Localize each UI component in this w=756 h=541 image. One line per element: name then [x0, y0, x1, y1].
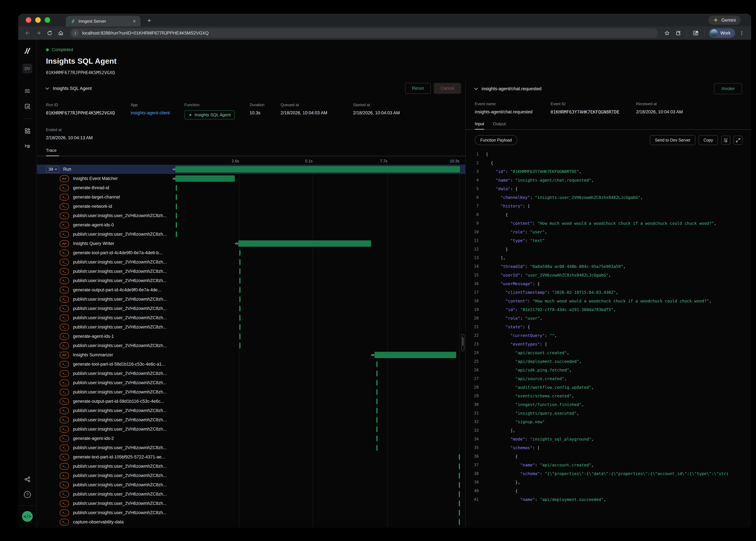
span-count-badge[interactable]: 39 [46, 166, 59, 173]
queued-marker [173, 169, 176, 170]
trace-row[interactable]: >_publish:user:insights:user_2VH6zowmhZC… [37, 276, 465, 285]
gantt-cell [172, 193, 465, 202]
trace-row-run[interactable]: 39 Run [37, 165, 465, 174]
code-line: 27 "api/source.created", [466, 374, 751, 383]
kebab-menu-icon[interactable] [737, 29, 746, 37]
collapse-chevron-icon[interactable] [45, 86, 49, 90]
trace-row[interactable]: >_publish:user:insights:user_2VH6zowmhZC… [37, 471, 465, 480]
tab-input[interactable]: Input [475, 121, 484, 129]
trace-row-label: Insights Summarizer [73, 352, 113, 357]
trace-row[interactable]: >_generate-agent-ids-2 [37, 434, 465, 443]
trace-row[interactable]: >_publish:user:insights:user_2VH6zowmhZC… [37, 490, 465, 499]
collapse-chevron-icon[interactable] [474, 86, 478, 90]
trace-row[interactable]: >_publish:user:insights:user_2VH6zowmhZC… [37, 341, 465, 350]
trace-row[interactable]: >_publish:user:insights:user_2VH6zowmhZC… [37, 480, 465, 490]
code-line: 5 "data": { [466, 185, 751, 193]
dev-server-icon[interactable] [24, 143, 31, 150]
minimize-window-button[interactable] [35, 17, 41, 23]
trace-row[interactable]: >_publish:user:insights:user_2VH6zowmhZC… [37, 211, 465, 220]
terminal-icon: >_ [60, 286, 69, 293]
rerun-button[interactable]: Rerun [405, 83, 431, 94]
trace-row[interactable]: >_generate-tool-part-id-4c4de9f0-6e7a-4d… [37, 248, 465, 258]
trace-scrollbar[interactable] [461, 334, 464, 351]
trace-row[interactable]: >_publish:user:insights:user_2VH6zowmhZC… [37, 313, 465, 322]
trace-row[interactable]: >_generate-text-part-id-105bf925-5722-43… [37, 452, 465, 462]
code-line: 23 "eventTypes": [ [466, 340, 751, 348]
trace-row[interactable]: Insights Event Matcher [37, 174, 465, 183]
expand-icon[interactable] [734, 136, 743, 145]
trace-row[interactable]: >_publish:user:insights:user_2VH6zowmhZC… [37, 462, 465, 471]
browser-tab[interactable]: Inngest Server × [66, 16, 141, 26]
trace-row[interactable]: >_publish:user:insights:user_2VH6zowmhZC… [37, 304, 465, 313]
close-window-button[interactable] [26, 17, 31, 23]
cancel-button[interactable]: Cancel [434, 83, 461, 94]
trace-row[interactable]: Insights Summarizer [37, 350, 465, 359]
code-line: 29 "events/schema.created", [466, 392, 751, 400]
queued-marker [235, 243, 238, 245]
copy-button[interactable]: Copy [699, 135, 718, 145]
app-link[interactable]: insights-agent-client [131, 110, 185, 116]
function-badge[interactable]: Insights SQL Agent [185, 110, 235, 119]
trace-row[interactable]: >_publish:user:insights:user_2VH6zowmhZC… [37, 424, 465, 434]
trace-row[interactable]: >_generate-thread-id [37, 183, 465, 193]
trace-row[interactable]: >_publish:user:insights:user_2VH6zowmhZC… [37, 499, 465, 508]
trace-row[interactable]: >_publish:user:insights:user_2VH6zowmhZC… [37, 443, 465, 452]
trace-row[interactable]: >_publish:user:insights:user_2VH6zowmhZC… [37, 230, 465, 239]
back-icon[interactable] [23, 29, 32, 37]
site-info-icon[interactable]: i [72, 29, 79, 37]
trace-row[interactable]: >_publish:user:insights:user_2VH6zowmhZC… [37, 415, 465, 424]
word-wrap-icon[interactable] [721, 136, 730, 145]
apps-icon[interactable] [24, 127, 31, 134]
trace-row[interactable]: >_generate-agent-ids-1 [37, 332, 465, 341]
trace-row[interactable]: >_publish:user:insights:user_2VH6zowmhZC… [37, 294, 465, 304]
trace-row[interactable]: >_publish:user:insights:user_2VH6zowmhZC… [37, 369, 465, 378]
tab-trace[interactable]: Trace [46, 148, 57, 156]
runs-filter-icon[interactable] [24, 88, 31, 95]
tab-strip: Inngest Server × + Gemini [18, 14, 751, 26]
trace-row[interactable]: >_publish:user:insights:user_2VH6zowmhZC… [37, 406, 465, 415]
tab-output[interactable]: Output [493, 121, 506, 129]
trace-row[interactable]: >_publish:user:insights:user_2VH6zowmhZC… [37, 378, 465, 387]
trace-row[interactable]: Insights Query Writer [37, 239, 465, 248]
extensions-icon[interactable] [674, 29, 682, 37]
profile-chip[interactable]: Work [709, 28, 735, 38]
help-icon[interactable]: ? [24, 491, 31, 498]
code-button[interactable]: </> [22, 511, 33, 522]
trace-row[interactable]: >_generate-target-channel [37, 193, 465, 202]
home-icon[interactable] [56, 29, 65, 37]
trace-row[interactable]: >_publish:user:insights:user_2VH6zowmhZC… [37, 322, 465, 332]
invoke-button[interactable]: Invoke [714, 83, 742, 94]
url-bar[interactable]: i localhost:8288/run?runID=01KHRMF677RJP… [70, 28, 658, 38]
payload-json[interactable]: 1[2 {3 "id": "01KHRMF63Y7AHK7EKFQGN8RTDE… [466, 150, 751, 528]
chevron-down-icon [55, 168, 57, 170]
send-to-dev-server-button[interactable]: Send to Dev Server [650, 135, 695, 145]
trace-row[interactable]: >_generate-output-part-id-58d1b116-c53c-… [37, 397, 465, 406]
trace-row[interactable]: >_publish:user:insights:user_2VH6zowmhZC… [37, 387, 465, 397]
reload-icon[interactable] [45, 29, 54, 37]
trace-row[interactable]: >_generate-tool-part-id-58d1b116-c53c-4e… [37, 359, 465, 369]
close-tab-icon[interactable]: × [133, 19, 136, 24]
gantt-cell [172, 369, 465, 378]
sidebar-divider [24, 119, 31, 119]
workspace-avatar[interactable]: DV [23, 64, 32, 73]
event-search-icon[interactable] [24, 103, 31, 110]
gemini-badge[interactable]: Gemini [708, 16, 741, 25]
new-tab-button[interactable]: + [147, 17, 151, 24]
share-icon[interactable] [24, 476, 31, 483]
side-panel-search-icon[interactable] [691, 29, 700, 37]
line-number: 33 [466, 426, 479, 435]
trace-row[interactable]: >_generate-network-id [37, 202, 465, 211]
maximize-window-button[interactable] [45, 17, 50, 23]
trace-row[interactable]: >_capture-observability-data [37, 517, 465, 527]
bookmark-star-icon[interactable] [663, 29, 671, 37]
trace-row[interactable]: >_publish:user:insights:user_2VH6zowmhZC… [37, 258, 465, 267]
trace-row[interactable]: >_generate-agent-ids-0 [37, 220, 465, 230]
code-line: 39 }, [466, 478, 751, 487]
trace-row[interactable]: >_publish:user:insights:user_2VH6zowmhZC… [37, 508, 465, 517]
trace-row[interactable]: >_generate-output-part-id-4c4de9f0-6e7a-… [37, 285, 465, 294]
forward-icon[interactable] [34, 29, 43, 37]
trace-row-label: publish:user:insights:user_2VH6zowmhZC8z… [73, 297, 167, 302]
trace-row[interactable]: >_publish:user:insights:user_2VH6zowmhZC… [37, 267, 465, 276]
line-number: 5 [466, 185, 479, 193]
function-payload-button[interactable]: Function Payload [475, 135, 517, 145]
